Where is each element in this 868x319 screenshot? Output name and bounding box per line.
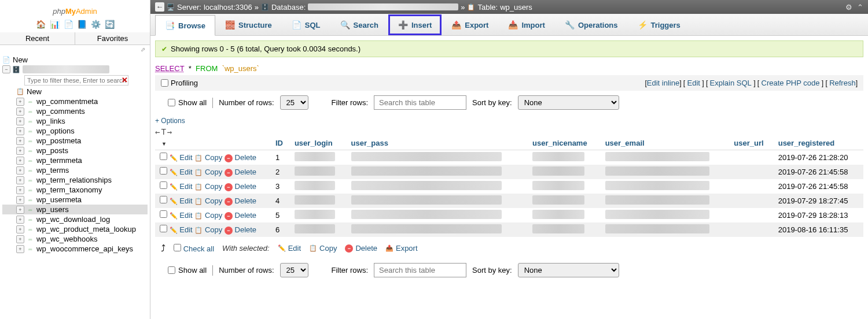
num-rows-select[interactable]: 25 xyxy=(280,95,308,110)
delete-link[interactable]: Delete xyxy=(235,211,257,220)
expand-button[interactable]: + xyxy=(16,186,24,194)
filter-rows-input-bottom[interactable] xyxy=(374,263,466,277)
num-rows-select-bottom[interactable]: 25 xyxy=(280,263,308,277)
delete-link[interactable]: Delete xyxy=(235,225,257,234)
row-checkbox[interactable] xyxy=(160,225,167,232)
table-row[interactable]: + ⎓ wp_posts xyxy=(2,146,148,155)
expand-button[interactable]: + xyxy=(16,225,24,233)
explain-sql-link[interactable]: Explain SQL xyxy=(710,79,752,87)
phpmyadmin-logo[interactable]: phpMyAdmin xyxy=(0,0,150,18)
tab-operations[interactable]: 🔧Operations xyxy=(555,14,628,35)
table-row[interactable]: + ⎓ wp_termmeta xyxy=(2,155,148,165)
new-table-link[interactable]: New xyxy=(27,87,42,96)
expand-button[interactable]: + xyxy=(16,176,24,184)
table-row[interactable]: + ⎓ wp_woocommerce_api_keys xyxy=(2,244,148,254)
collapse-icon[interactable]: ⬀ xyxy=(0,45,150,54)
gear-icon[interactable]: ⚙ xyxy=(845,3,852,12)
expand-button[interactable]: + xyxy=(16,216,24,224)
tab-triggers[interactable]: ⚡Triggers xyxy=(628,14,690,35)
tab-export[interactable]: 📤Export xyxy=(442,14,498,35)
database-link-blurred[interactable] xyxy=(308,3,458,10)
expand-button[interactable]: + xyxy=(16,147,24,155)
expand-button[interactable]: + xyxy=(16,245,24,253)
bulk-export[interactable]: 📤Export xyxy=(385,244,418,253)
table-row[interactable]: + ⎓ wp_commentmeta xyxy=(2,97,148,106)
collapse-top-icon[interactable]: ⌃ xyxy=(857,3,863,12)
edit-query-link[interactable]: Edit xyxy=(687,79,700,87)
table-struct-icon[interactable]: ⎓ xyxy=(26,98,34,106)
col-user-nicename[interactable]: user_nicename xyxy=(528,136,601,150)
delete-link[interactable]: Delete xyxy=(235,168,257,176)
sort-key-select-bottom[interactable]: None xyxy=(518,263,619,277)
edit-link[interactable]: Edit xyxy=(179,182,192,191)
filter-input[interactable] xyxy=(24,75,128,86)
logout-icon[interactable]: 📊 xyxy=(50,20,59,29)
bulk-copy[interactable]: 📋Copy xyxy=(309,244,337,253)
reload-icon[interactable]: 🔄 xyxy=(105,20,114,29)
bulk-edit[interactable]: ✏️Edit xyxy=(278,244,301,253)
settings-icon[interactable]: ⚙️ xyxy=(91,20,100,29)
table-row[interactable]: + ⎓ wp_usermeta xyxy=(2,195,148,205)
edit-link[interactable]: Edit xyxy=(179,225,192,234)
profiling-checkbox[interactable] xyxy=(161,79,168,87)
row-checkbox[interactable] xyxy=(160,196,167,203)
copy-link[interactable]: Copy xyxy=(205,196,222,205)
col-user-login[interactable]: user_login xyxy=(290,136,347,150)
table-struct-icon[interactable]: ⎓ xyxy=(26,186,34,194)
favorites-tab[interactable]: Favorites xyxy=(75,32,150,44)
expand-button[interactable]: + xyxy=(16,127,24,135)
row-checkbox[interactable] xyxy=(160,167,167,175)
expand-button[interactable]: + xyxy=(16,107,24,116)
edit-link[interactable]: Edit xyxy=(179,211,192,220)
edit-link[interactable]: Edit xyxy=(179,168,192,176)
table-row[interactable]: + ⎓ wp_postmeta xyxy=(2,136,148,146)
table-row[interactable]: + ⎓ wp_options xyxy=(2,126,148,136)
column-arrows[interactable]: ←T→ xyxy=(155,127,173,136)
col-id[interactable]: ID xyxy=(271,136,290,150)
options-toggle[interactable]: + Options xyxy=(155,117,863,125)
expand-button[interactable]: + xyxy=(16,98,24,106)
copy-link[interactable]: Copy xyxy=(205,168,222,176)
table-row[interactable]: + ⎓ wp_term_relationships xyxy=(2,175,148,185)
table-row[interactable]: + ⎓ wp_terms xyxy=(2,165,148,175)
copy-link[interactable]: Copy xyxy=(205,225,222,234)
check-all-checkbox[interactable] xyxy=(174,244,181,251)
tab-structure[interactable]: 🧱Structure xyxy=(215,14,282,35)
expand-button[interactable]: + xyxy=(16,117,24,125)
filter-rows-input[interactable] xyxy=(374,95,466,110)
table-struct-icon[interactable]: ⎓ xyxy=(26,117,34,125)
tab-import[interactable]: 📥Import xyxy=(498,14,554,35)
row-checkbox[interactable] xyxy=(160,210,167,218)
expand-button[interactable]: + xyxy=(16,166,24,175)
table-struct-icon[interactable]: ⎓ xyxy=(26,157,34,165)
tab-sql[interactable]: 📄SQL xyxy=(282,14,330,35)
row-checkbox[interactable] xyxy=(160,181,167,189)
server-link[interactable]: localhost:3306 xyxy=(204,3,252,12)
expand-button[interactable]: + xyxy=(16,206,24,214)
table-struct-icon[interactable]: ⎓ xyxy=(26,107,34,116)
table-struct-icon[interactable]: ⎓ xyxy=(26,147,34,155)
table-struct-icon[interactable]: ⎓ xyxy=(26,196,34,204)
sort-key-select[interactable]: None xyxy=(518,95,619,110)
back-button[interactable]: ← xyxy=(155,2,164,12)
table-struct-icon[interactable]: ⎓ xyxy=(26,216,34,224)
table-struct-icon[interactable]: ⎓ xyxy=(26,137,34,145)
delete-link[interactable]: Delete xyxy=(235,196,257,205)
query-icon[interactable]: 📄 xyxy=(64,20,73,29)
table-struct-icon[interactable]: ⎓ xyxy=(26,235,34,243)
table-row[interactable]: + ⎓ wp_term_taxonomy xyxy=(2,185,148,195)
recent-tab[interactable]: Recent xyxy=(0,32,75,44)
home-icon[interactable]: 🏠 xyxy=(36,20,45,29)
tab-insert[interactable]: ➕Insert xyxy=(388,14,442,35)
col-user-url[interactable]: user_url xyxy=(729,136,773,150)
table-row[interactable]: + ⎓ wp_comments xyxy=(2,106,148,116)
tab-search[interactable]: 🔍Search xyxy=(330,14,388,35)
edit-link[interactable]: Edit xyxy=(179,153,192,162)
show-all-checkbox-bottom[interactable] xyxy=(168,266,175,274)
table-row[interactable]: + ⎓ wp_wc_product_meta_lookup xyxy=(2,224,148,234)
copy-link[interactable]: Copy xyxy=(205,153,222,162)
show-all-checkbox[interactable] xyxy=(168,99,175,106)
table-struct-icon[interactable]: ⎓ xyxy=(26,225,34,233)
table-struct-icon[interactable]: ⎓ xyxy=(26,206,34,214)
expand-button[interactable]: − xyxy=(2,65,10,73)
